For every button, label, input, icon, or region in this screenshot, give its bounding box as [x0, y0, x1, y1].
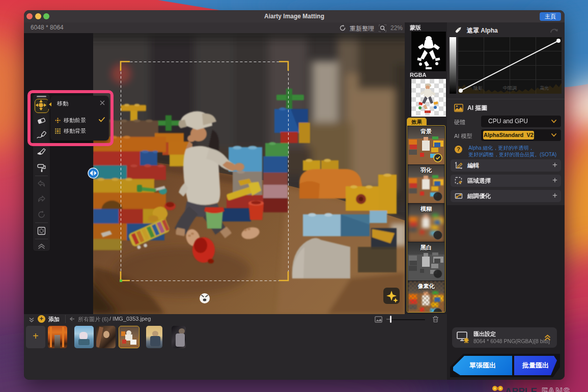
- svg-text:APPLE: APPLE: [505, 386, 537, 392]
- svg-text:陰影: 陰影: [473, 86, 483, 91]
- svg-text:高光: 高光: [540, 86, 549, 91]
- svg-text:中間調: 中間調: [503, 86, 517, 91]
- svg-text:FANS: FANS: [542, 386, 571, 392]
